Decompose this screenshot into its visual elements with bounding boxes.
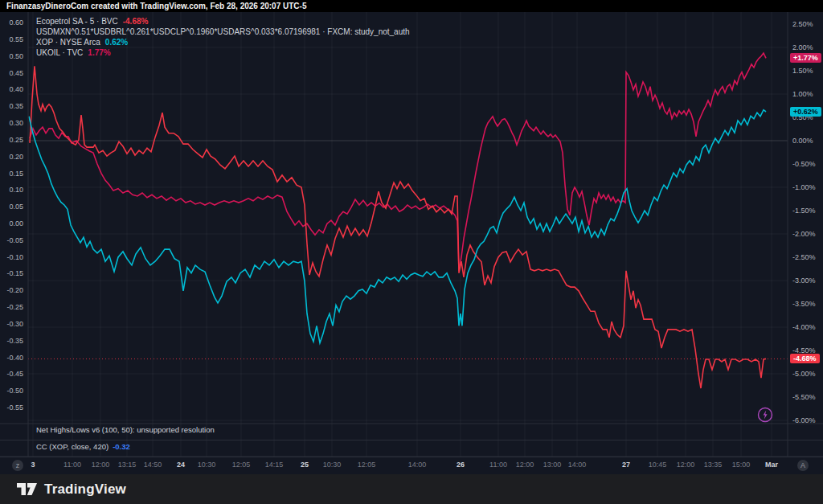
time-axis-label: 14:15 <box>265 461 284 469</box>
right-axis-tick: 1.50% <box>792 67 813 75</box>
time-axis-label: 10:30 <box>323 461 342 469</box>
legend-item-change: -4.68% <box>123 17 149 26</box>
series-line-ecopetrol-sa[interactable] <box>30 66 766 388</box>
boost-button[interactable] <box>756 406 774 424</box>
auto-scale-button[interactable]: A <box>797 460 809 471</box>
time-axis-label: 14:00 <box>568 461 587 469</box>
price-badge[interactable]: -4.68% <box>790 354 820 363</box>
time-axis-label: 12:00 <box>92 461 110 469</box>
time-axis-label: 14:00 <box>408 461 427 469</box>
time-axis-label: Mar <box>765 461 778 469</box>
auto-scale-icon: A <box>800 461 805 469</box>
time-axis-label: 25 <box>301 461 309 469</box>
time-axis-label: 13:15 <box>118 461 137 469</box>
time-axis-label: 24 <box>177 461 185 469</box>
legend-item-change: 0.62% <box>105 38 128 47</box>
right-axis-tick: -3.50% <box>792 300 816 308</box>
price-badge[interactable]: +0.62% <box>790 107 821 117</box>
left-axis-tick: -0.40 <box>6 354 23 362</box>
right-axis-tick: 1.00% <box>792 90 813 98</box>
footer-bar: TradingView <box>0 474 823 504</box>
right-axis-tick: -1.00% <box>792 183 816 191</box>
left-axis-tick: -0.55 <box>6 404 23 412</box>
lightning-bolt-icon <box>764 411 768 420</box>
indicator-row-cc[interactable]: CC (XOP, close, 420)-0.32 <box>36 442 130 451</box>
legend-item-title: UKOIL · TVC <box>36 48 83 57</box>
left-axis-tick: -0.25 <box>6 303 23 311</box>
legend: Ecopetrol SA - 5 · BVC-4.68%USDMXN^0.51*… <box>36 16 410 58</box>
right-axis-tick: 2.50% <box>792 20 813 28</box>
time-axis-label: 13:35 <box>704 461 723 469</box>
left-axis-tick: -0.35 <box>6 337 23 345</box>
left-axis-tick: 0.60 <box>9 18 23 27</box>
legend-item-title: Ecopetrol SA - 5 · BVC <box>36 17 118 26</box>
tradingview-logo-icon <box>17 483 38 496</box>
time-axis-label: 13:00 <box>543 461 562 469</box>
right-axis-tick: 2.00% <box>792 43 813 51</box>
right-axis-tick: -5.50% <box>792 393 816 401</box>
legend-item-title: USDMXN^0.51*USDBRL^0.261*USDCLP^0.1960*U… <box>36 27 410 36</box>
left-axis-tick: -0.15 <box>6 269 23 277</box>
legend-item-title: XOP · NYSE Arca <box>36 38 100 47</box>
legend-item[interactable]: UKOIL · TVC1.77% <box>36 47 410 58</box>
left-axis-tick: -0.05 <box>6 236 23 244</box>
indicator-row-net-highs-lows[interactable]: Net Highs/Lows v6 (100, 50): unsupported… <box>36 425 215 434</box>
tradingview-brand-text: TradingView <box>44 481 126 498</box>
right-axis-tick: -3.00% <box>792 277 816 285</box>
left-axis-tick: 0.30 <box>9 119 23 127</box>
indicator-value: -0.32 <box>113 442 130 451</box>
tradingview-logo[interactable]: TradingView <box>17 481 126 498</box>
time-axis[interactable]: z A 311:0012:0013:1514:502410:3012:0514:… <box>0 457 823 475</box>
left-axis-tick: -0.20 <box>6 286 23 294</box>
time-axis-label: 12:05 <box>232 461 251 469</box>
left-axis-tick: 0.15 <box>9 170 23 178</box>
right-axis-tick: -2.50% <box>792 253 816 261</box>
timezone-icon: z <box>16 461 20 469</box>
time-axis-label: 11:00 <box>489 461 507 469</box>
series-line-ukoil[interactable] <box>30 53 766 271</box>
right-axis-tick: 0.00% <box>792 137 813 145</box>
time-axis-label: 14:50 <box>144 461 162 469</box>
time-axis-label: 3 <box>31 461 35 469</box>
legend-item[interactable]: XOP · NYSE Arca0.62% <box>36 37 410 47</box>
left-axis-tick: 0.05 <box>9 203 23 211</box>
timezone-button[interactable]: z <box>12 460 23 471</box>
time-axis-label: 11:00 <box>63 461 81 469</box>
right-axis-tick: -2.00% <box>792 230 816 238</box>
right-axis-tick: -6.00% <box>792 416 816 424</box>
time-axis-label: 12:00 <box>516 461 534 469</box>
time-axis-label: 26 <box>457 461 465 469</box>
time-axis-label: 15:00 <box>732 461 751 469</box>
time-axis-label: 12:00 <box>677 461 695 469</box>
left-axis-tick: 0.55 <box>9 35 23 43</box>
left-axis-tick: -0.30 <box>6 320 23 328</box>
series-line-xop[interactable] <box>29 110 766 343</box>
left-axis-tick: 0.10 <box>9 186 23 194</box>
left-axis-tick: 0.35 <box>9 102 23 110</box>
right-axis-tick: -0.50% <box>792 160 816 168</box>
left-axis-tick: 0.50 <box>9 52 23 60</box>
left-axis-tick: 0.40 <box>9 85 23 93</box>
left-axis-tick: 0.45 <box>9 69 23 77</box>
legend-item[interactable]: USDMXN^0.51*USDBRL^0.261*USDCLP^0.1960*U… <box>36 27 410 37</box>
left-axis-tick: 0.25 <box>9 136 23 144</box>
right-axis-tick: -5.00% <box>792 370 816 378</box>
tradingview-chart-window: FinanzasyDineroCom created with TradingV… <box>0 0 823 504</box>
left-axis-tick: -0.10 <box>6 253 23 261</box>
legend-item[interactable]: Ecopetrol SA - 5 · BVC-4.68% <box>36 16 410 27</box>
time-axis-label: 12:05 <box>358 461 376 469</box>
right-axis-tick: -1.50% <box>792 207 816 215</box>
time-axis-label: 10:45 <box>649 461 667 469</box>
time-axis-label: 10:30 <box>198 461 216 469</box>
left-axis-tick: 0.20 <box>9 153 23 161</box>
left-axis-tick: -0.45 <box>6 370 23 378</box>
right-price-scale[interactable]: 2.50%2.00%1.50%1.00%0.50%0.00%-0.50%-1.0… <box>788 12 823 457</box>
left-axis-tick: -0.50 <box>6 387 23 395</box>
left-price-scale[interactable]: 0.600.550.500.450.400.350.300.250.200.15… <box>0 12 28 457</box>
price-badge[interactable]: +1.77% <box>790 53 821 63</box>
left-axis-tick: 0.00 <box>9 219 23 227</box>
right-axis-tick: -4.00% <box>792 323 816 331</box>
legend-item-change: 1.77% <box>88 48 110 57</box>
indicator-label: Net Highs/Lows v6 (100, 50): unsupported… <box>36 425 215 434</box>
time-axis-label: 27 <box>622 461 630 469</box>
